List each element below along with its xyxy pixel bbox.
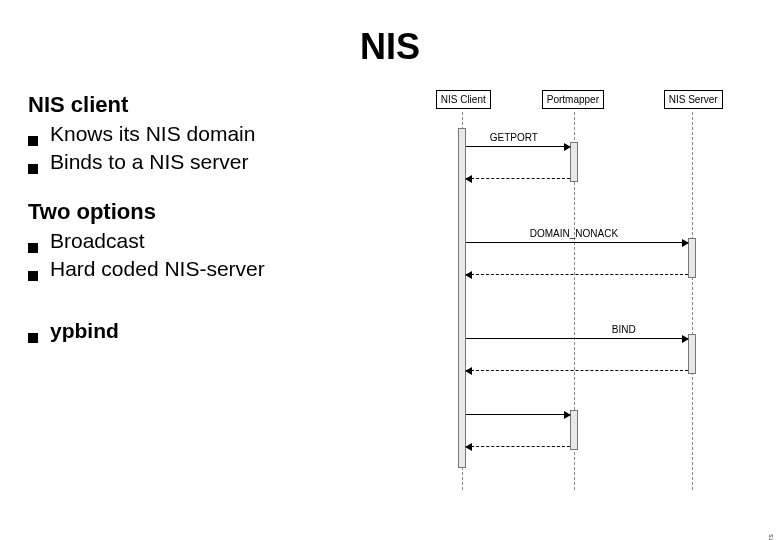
slide-title: NIS — [28, 26, 752, 68]
list-item: Hard coded NIS-server — [28, 255, 404, 283]
bullet-text: Broadcast — [50, 227, 145, 255]
arrow-bind-return — [466, 370, 688, 371]
bullet-icon — [28, 136, 38, 146]
list-item: ypbind — [28, 317, 404, 345]
arrow-domain-nonack-return — [466, 274, 688, 275]
bullet-text: Knows its NIS domain — [50, 120, 255, 148]
section-heading-client: NIS client — [28, 92, 404, 118]
actor-box-client: NIS Client — [436, 90, 491, 109]
bullet-list-options: Broadcast Hard coded NIS-server — [28, 227, 404, 284]
arrow-bind — [466, 338, 688, 339]
actor-box-server: NIS Server — [664, 90, 723, 109]
slide: NIS NIS client Knows its NIS domain Bind… — [0, 0, 780, 540]
msg-label-bind: BIND — [612, 324, 636, 335]
footer-credit: ©2003–2004 David Byers — [767, 534, 774, 540]
lifeline-server — [692, 112, 693, 490]
bullet-list-client: Knows its NIS domain Binds to a NIS serv… — [28, 120, 404, 177]
arrow-final-return — [466, 446, 570, 447]
activation-portmapper — [570, 142, 578, 182]
activation-server-1 — [688, 238, 696, 278]
bullet-text: Hard coded NIS-server — [50, 255, 265, 283]
msg-label-getport: GETPORT — [490, 132, 538, 143]
msg-label-domain-nonack: DOMAIN_NONACK — [530, 228, 618, 239]
arrow-getport — [466, 146, 570, 147]
activation-server-2 — [688, 334, 696, 374]
arrow-domain-nonack — [466, 242, 688, 243]
bullet-icon — [28, 164, 38, 174]
bullet-icon — [28, 271, 38, 281]
content-row: NIS client Knows its NIS domain Binds to… — [28, 88, 752, 490]
sequence-diagram: NIS Client Portmapper NIS Server GETPORT — [412, 90, 752, 490]
list-item: Broadcast — [28, 227, 404, 255]
activation-portmapper-2 — [570, 410, 578, 450]
bullet-icon — [28, 333, 38, 343]
right-column: NIS Client Portmapper NIS Server GETPORT — [412, 88, 752, 490]
arrow-final — [466, 414, 570, 415]
list-item: Binds to a NIS server — [28, 148, 404, 176]
actor-box-portmapper: Portmapper — [542, 90, 604, 109]
bullet-list-ypbind: ypbind — [28, 317, 404, 345]
bullet-text: Binds to a NIS server — [50, 148, 248, 176]
arrow-getport-return — [466, 178, 570, 179]
list-item: Knows its NIS domain — [28, 120, 404, 148]
bullet-icon — [28, 243, 38, 253]
section-heading-options: Two options — [28, 199, 404, 225]
left-column: NIS client Knows its NIS domain Binds to… — [28, 88, 412, 490]
bullet-text: ypbind — [50, 317, 119, 345]
